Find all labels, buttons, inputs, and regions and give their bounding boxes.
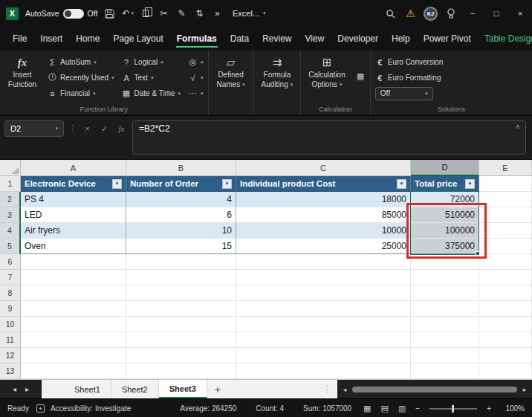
cell[interactable] — [21, 285, 126, 301]
sort-button[interactable]: ⇅ — [194, 5, 205, 22]
text-functions-button[interactable]: AText▾ — [122, 71, 181, 84]
sheet-tab-sheet3[interactable]: Sheet3 — [159, 380, 207, 398]
cell-E4[interactable] — [479, 223, 532, 239]
tab-home[interactable]: Home — [69, 28, 106, 50]
cell-D2[interactable]: 72000 — [411, 192, 479, 207]
cell[interactable] — [126, 348, 236, 363]
format-painter-button[interactable]: ✎ — [176, 5, 187, 22]
cell[interactable] — [479, 317, 532, 332]
cell-B3[interactable]: 6 — [126, 207, 236, 223]
cell[interactable] — [21, 317, 126, 332]
row-header-12[interactable]: 12 — [0, 348, 21, 363]
cell-D1[interactable]: Total price▼ — [411, 176, 479, 192]
row-header-8[interactable]: 8 — [0, 285, 21, 301]
column-header-B[interactable]: B — [126, 160, 236, 176]
cell[interactable] — [236, 254, 411, 270]
tab-developer[interactable]: Developer — [331, 28, 385, 50]
page-layout-view-button[interactable]: ▤ — [381, 404, 389, 413]
tab-page-layout[interactable]: Page Layout — [106, 28, 169, 50]
cell[interactable] — [411, 270, 479, 285]
zoom-out-button[interactable]: − — [415, 404, 420, 413]
tab-insert[interactable]: Insert — [33, 28, 69, 50]
cell-B1[interactable]: Number of Order▼ — [126, 176, 236, 192]
cell-B4[interactable]: 10 — [126, 223, 236, 239]
accessibility-status[interactable]: Accessibility: Investigate — [51, 404, 131, 413]
horizontal-scrollbar[interactable]: ◂ ▸ — [337, 380, 532, 398]
cell[interactable] — [21, 332, 126, 348]
cell-A2[interactable]: PS 4 — [21, 192, 126, 207]
financial-button[interactable]: ¤Financial▾ — [48, 87, 114, 100]
cell[interactable] — [411, 254, 479, 270]
date-time-button[interactable]: ▦Date & Time▾ — [122, 87, 181, 100]
close-button[interactable]: × — [508, 0, 532, 27]
euro-formatting-button[interactable]: €Euro Formatting — [375, 71, 443, 84]
collapse-formula-bar-icon[interactable]: ∧ — [515, 123, 520, 130]
scroll-left-icon[interactable]: ◂ — [339, 386, 351, 393]
filter-icon[interactable]: ▼ — [397, 179, 406, 189]
cell[interactable] — [126, 270, 236, 285]
tab-view[interactable]: View — [299, 28, 331, 50]
cell[interactable] — [236, 348, 411, 363]
cell-C1[interactable]: Individual product Cost▼ — [236, 176, 411, 192]
cell-C5[interactable]: 25000 — [236, 239, 411, 254]
formula-input[interactable]: =B2*C2 ∧ — [132, 120, 526, 155]
cell[interactable] — [479, 332, 532, 348]
filter-icon[interactable]: ▼ — [112, 179, 122, 189]
lightbulb-button[interactable] — [441, 0, 461, 27]
row-header-3[interactable]: 3 — [0, 207, 21, 223]
cell[interactable] — [479, 348, 532, 363]
sheet-nav-left-button[interactable]: ◂ — [13, 385, 16, 393]
autosave-toggle[interactable]: AutoSave Off — [25, 9, 97, 19]
calculation-options-button[interactable]: ⊞ Calculation Options▾ — [305, 54, 348, 91]
cell[interactable] — [236, 363, 411, 379]
cell[interactable] — [411, 348, 479, 363]
select-all-corner[interactable] — [0, 160, 21, 176]
tab-help[interactable]: Help — [385, 28, 417, 50]
cell[interactable] — [236, 270, 411, 285]
cell[interactable] — [126, 363, 236, 379]
cell[interactable] — [21, 363, 126, 379]
zoom-slider[interactable] — [429, 408, 477, 410]
cell[interactable] — [236, 317, 411, 332]
add-sheet-button[interactable]: + — [207, 380, 228, 398]
tab-splitter-handle[interactable]: ⋮ — [317, 380, 337, 398]
cell-D5[interactable]: 375000 — [411, 239, 479, 254]
cancel-button[interactable]: × — [81, 120, 94, 137]
formula-auditing-button[interactable]: ⇉ Formula Auditing▾ — [259, 54, 296, 91]
insert-function-button[interactable]: fx Insert Function — [4, 54, 40, 91]
tab-table-design[interactable]: Table Design — [478, 28, 532, 50]
lookup-reference-button[interactable]: ◎▾ — [188, 56, 204, 68]
cell-C3[interactable]: 85000 — [236, 207, 411, 223]
euro-conversion-button[interactable]: €Euro Conversion — [375, 56, 443, 68]
euro-options-dropdown[interactable]: Off▾ — [375, 87, 443, 100]
column-header-D[interactable]: D — [411, 160, 479, 176]
row-header-5[interactable]: 5 — [0, 239, 21, 254]
quick-access-overflow-button[interactable]: » — [212, 5, 223, 22]
autosum-button[interactable]: ΣAutoSum▾ — [48, 56, 114, 68]
maximize-button[interactable]: □ — [484, 0, 508, 27]
insert-function-fx-button[interactable]: fx — [115, 120, 128, 137]
sheet-nav-right-button[interactable]: ▸ — [25, 385, 29, 393]
page-break-view-button[interactable]: ▥ — [398, 404, 406, 413]
cell[interactable] — [479, 270, 532, 285]
cell-E3[interactable] — [479, 207, 532, 223]
formula-bar-handle[interactable]: ⋮ — [68, 120, 77, 133]
cell-E2[interactable] — [479, 192, 532, 207]
cell[interactable] — [411, 332, 479, 348]
cell-A4[interactable]: Air fryers — [21, 223, 126, 239]
column-header-E[interactable]: E — [479, 160, 532, 176]
scroll-right-icon[interactable]: ▸ — [519, 386, 531, 393]
tab-formulas[interactable]: Formulas — [170, 28, 224, 50]
cell[interactable] — [411, 317, 479, 332]
row-header-10[interactable]: 10 — [0, 317, 21, 332]
name-box[interactable]: D2 ▾ — [4, 120, 64, 137]
scrollbar-thumb[interactable] — [352, 387, 517, 392]
column-header-A[interactable]: A — [21, 160, 126, 176]
recently-used-button[interactable]: Recently Used▾ — [48, 71, 114, 84]
fill-handle[interactable] — [476, 251, 480, 256]
row-header-2[interactable]: 2 — [0, 192, 21, 207]
row-header-1[interactable]: 1 — [0, 176, 21, 192]
cell[interactable] — [21, 254, 126, 270]
cell-E5[interactable] — [479, 239, 532, 254]
cell[interactable] — [126, 285, 236, 301]
